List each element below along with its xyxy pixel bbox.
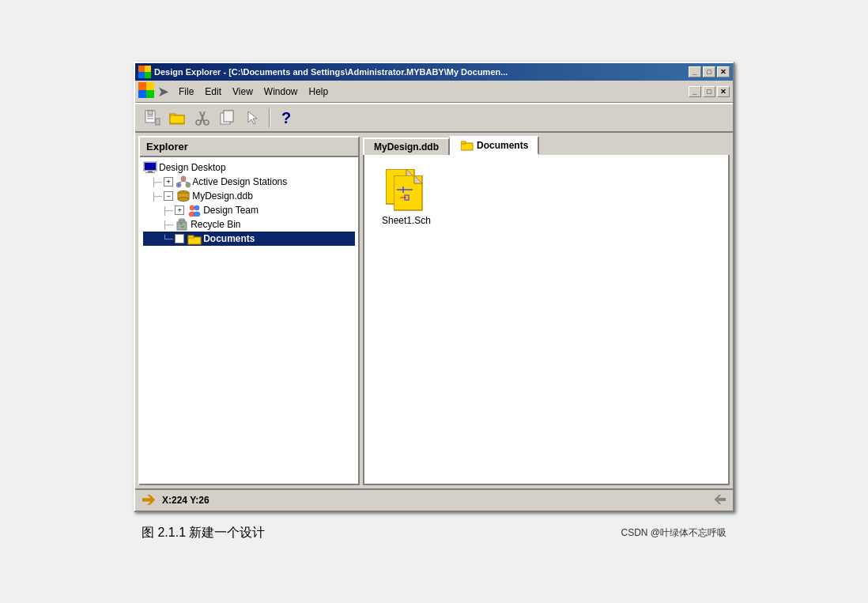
status-arrow2-icon: 🡲 (714, 493, 726, 507)
sheet-label: Sheet1.Sch (382, 215, 431, 226)
menu-bar: ➤ File Edit View Window Help _ □ ✕ (135, 81, 733, 103)
page-wrapper: Design Explorer - [C:\Documents and Sett… (134, 62, 734, 541)
svg-rect-7 (146, 90, 154, 98)
svg-point-40 (194, 205, 199, 210)
status-arrow-icon: 🡲 (142, 492, 156, 509)
explorer-header: Explorer (140, 138, 358, 157)
document-item-sheet1[interactable]: Sheet1.Sch (379, 169, 434, 226)
menu-help[interactable]: Help (304, 85, 334, 99)
svg-point-34 (177, 183, 180, 187)
title-bar-left: Design Explorer - [C:\Documents and Sett… (138, 66, 508, 78)
svg-point-42 (194, 212, 200, 217)
desktop-label: Design Desktop (159, 162, 226, 173)
tab-content-documents: Sheet1.Sch (363, 155, 730, 485)
title-bar-buttons: _ □ ✕ (689, 66, 730, 77)
inner-maximize-button[interactable]: □ (703, 86, 715, 97)
content-area: Explorer Design Desktop (135, 133, 733, 488)
minimize-button[interactable]: _ (689, 66, 701, 77)
svg-rect-0 (138, 66, 145, 72)
menu-app-icon (138, 82, 154, 100)
sheet-icon (386, 169, 427, 213)
svg-rect-6 (138, 90, 146, 98)
tree-item-design-team[interactable]: ├─ + Design Team (143, 203, 355, 217)
svg-rect-45 (179, 219, 184, 220)
inner-close-button[interactable]: ✕ (717, 86, 730, 97)
mydesign-label: MyDesign.ddb (192, 190, 253, 202)
tree-item-mydesign[interactable]: ├─ − MyDesign.ddb (143, 189, 355, 203)
expand-design-team[interactable]: + (175, 205, 184, 215)
active-stations-label: Active Design Stations (192, 176, 287, 187)
tab-documents-label: Documents (477, 140, 528, 151)
tab-documents[interactable]: Documents (450, 136, 539, 155)
tree-area: Design Desktop ├─ + (140, 157, 358, 484)
inner-minimize-button[interactable]: _ (689, 86, 701, 97)
svg-rect-3 (145, 72, 151, 78)
team-icon (187, 204, 202, 217)
svg-rect-9 (148, 111, 153, 115)
svg-point-39 (190, 205, 194, 210)
expand-active-stations[interactable]: + (164, 177, 173, 187)
svg-rect-25 (145, 163, 156, 170)
maximize-button[interactable]: □ (703, 66, 715, 77)
svg-rect-26 (148, 171, 153, 172)
toolbar-select-button[interactable] (241, 107, 265, 129)
menu-file[interactable]: File (174, 85, 198, 99)
tree-item-recycle-bin[interactable]: ├─ Recycle Bin (143, 217, 355, 232)
toolbar: ? (135, 103, 733, 133)
svg-rect-49 (461, 141, 466, 144)
tree-item-desktop[interactable]: Design Desktop (143, 160, 355, 175)
explorer-panel: Explorer Design Desktop (138, 136, 360, 485)
tab-mydesign[interactable]: MyDesign.ddb (363, 138, 450, 155)
tab-folder-icon (461, 140, 474, 151)
svg-rect-4 (138, 82, 146, 90)
title-bar: Design Explorer - [C:\Documents and Sett… (135, 63, 733, 81)
network-icon (176, 175, 191, 188)
documents-label: Documents (203, 233, 255, 244)
svg-rect-12 (156, 119, 160, 125)
svg-point-38 (178, 198, 189, 202)
svg-rect-27 (145, 172, 155, 173)
status-bar: 🡲 X:224 Y:26 🡲 (135, 488, 733, 511)
toolbar-separator (269, 108, 270, 127)
database-icon (176, 190, 191, 202)
tab-mydesign-label: MyDesign.ddb (374, 141, 439, 153)
tree-item-documents[interactable]: └─ + Documents (143, 232, 355, 246)
toolbar-open-button[interactable] (165, 107, 189, 129)
svg-line-32 (183, 181, 188, 183)
status-coords: X:224 Y:26 (162, 495, 209, 506)
svg-rect-5 (146, 82, 154, 90)
folder-icon (187, 232, 202, 245)
caption-area: 图 2.1.1 新建一个设计 CSDN @叶绿体不忘呼吸 (134, 525, 734, 541)
svg-point-35 (187, 183, 190, 187)
svg-marker-23 (248, 111, 257, 124)
expand-mydesign[interactable]: − (164, 191, 173, 201)
caption-credit-text: CSDN @叶绿体不忘呼吸 (621, 526, 726, 540)
toolbar-help-button[interactable]: ? (274, 107, 298, 129)
toolbar-cut-button[interactable] (191, 107, 214, 129)
svg-rect-1 (145, 66, 151, 72)
main-window: Design Explorer - [C:\Documents and Sett… (134, 62, 734, 512)
tree-item-active-stations[interactable]: ├─ + (143, 175, 355, 189)
svg-rect-22 (224, 111, 233, 122)
desktop-icon (143, 161, 157, 174)
design-team-label: Design Team (203, 205, 259, 216)
toolbar-new-button[interactable] (140, 107, 164, 129)
menu-view[interactable]: View (228, 85, 258, 99)
recycle-bin-label: Recycle Bin (191, 219, 240, 230)
svg-point-33 (182, 177, 185, 180)
toolbar-copy-button[interactable] (216, 107, 240, 129)
svg-rect-47 (188, 236, 194, 238)
tabs-bar: MyDesign.ddb Documents (363, 136, 730, 155)
svg-rect-15 (170, 115, 184, 123)
app-icon (138, 66, 151, 78)
caption-main-text: 图 2.1.1 新建一个设计 (142, 525, 265, 541)
svg-line-31 (179, 181, 183, 183)
expand-documents[interactable]: + (175, 234, 184, 243)
menu-window[interactable]: Window (259, 85, 303, 99)
recycle-bin-icon (175, 218, 189, 231)
close-button[interactable]: ✕ (717, 66, 730, 77)
svg-rect-2 (138, 72, 145, 78)
right-panel: MyDesign.ddb Documents (363, 136, 730, 485)
menu-edit[interactable]: Edit (200, 85, 226, 99)
window-title: Design Explorer - [C:\Documents and Sett… (154, 67, 508, 77)
